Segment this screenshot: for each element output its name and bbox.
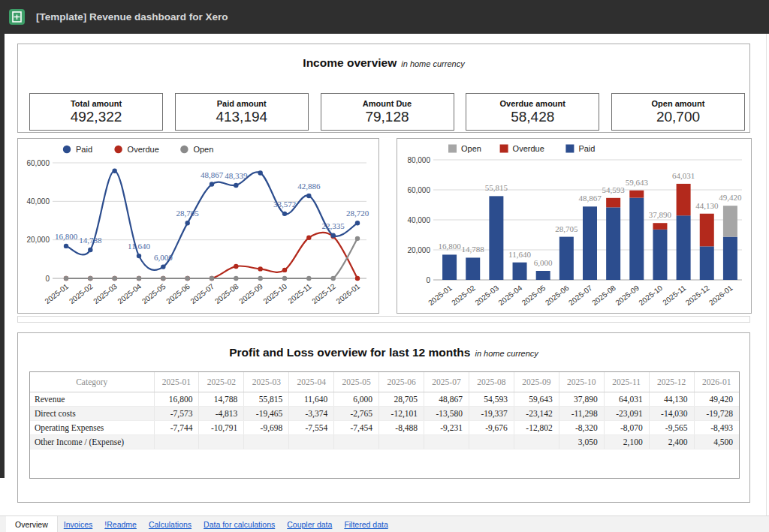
cell-value: -13,580 bbox=[424, 406, 469, 420]
svg-text:2025-04: 2025-04 bbox=[116, 282, 143, 306]
svg-text:14,788: 14,788 bbox=[462, 245, 485, 254]
sheet-tab-overview[interactable]: Overview bbox=[6, 516, 58, 532]
svg-text:2025-05: 2025-05 bbox=[520, 284, 547, 308]
svg-text:48,339: 48,339 bbox=[225, 171, 248, 180]
sheet-tab-invoices[interactable]: Invoices bbox=[64, 516, 93, 532]
profit-loss-section: Profit and Loss overview for last 12 mon… bbox=[17, 332, 750, 503]
column-header: 2025-04 bbox=[289, 372, 334, 392]
svg-text:14,788: 14,788 bbox=[79, 236, 102, 245]
svg-text:42,886: 42,886 bbox=[297, 182, 321, 191]
row-category: Direct costs bbox=[30, 406, 154, 420]
column-header: 2025-06 bbox=[379, 372, 424, 392]
cell-value: -19,337 bbox=[469, 406, 514, 420]
table-row: Other Income / (Expense)3,0502,1002,4004… bbox=[30, 434, 739, 449]
cell-value: 48,867 bbox=[424, 392, 469, 406]
svg-text:22,335: 22,335 bbox=[322, 221, 345, 230]
kpi-card-paid-amount: Paid amount413,194 bbox=[175, 93, 309, 131]
cell-value: 54,593 bbox=[469, 392, 514, 406]
svg-text:2025-03: 2025-03 bbox=[473, 284, 500, 308]
sheet-tab-coupler-data[interactable]: Coupler data bbox=[287, 516, 332, 532]
kpi-card-total-amount: Total amount492,322 bbox=[29, 93, 163, 131]
svg-text:2026-01: 2026-01 bbox=[707, 284, 734, 308]
cell-value: -3,374 bbox=[289, 406, 334, 420]
kpi-card-amount-due: Amount Due79,128 bbox=[321, 93, 454, 131]
kpi-card-overdue-amount: Overdue amount58,428 bbox=[466, 93, 599, 131]
cell-value: -8,070 bbox=[604, 420, 649, 434]
column-header: 2025-07 bbox=[424, 372, 469, 392]
svg-text:44,130: 44,130 bbox=[695, 201, 719, 210]
table-row: Revenue16,80014,78855,81511,6406,00028,7… bbox=[30, 392, 739, 406]
svg-text:Paid: Paid bbox=[578, 144, 595, 153]
empty-row-box bbox=[17, 316, 750, 323]
published-sheet-page: [Template] Revenue dashboard for Xero In… bbox=[0, 0, 769, 532]
cell-value: -10,791 bbox=[199, 420, 244, 434]
svg-text:49,420: 49,420 bbox=[719, 193, 742, 202]
profit-loss-header: Profit and Loss overview for last 12 mon… bbox=[18, 346, 749, 359]
profit-loss-subtitle: in home currency bbox=[475, 349, 538, 358]
profit-loss-table: Category2025-012025-022025-032025-042025… bbox=[30, 372, 739, 449]
title-bar: [Template] Revenue dashboard for Xero bbox=[0, 0, 769, 34]
svg-text:2025-12: 2025-12 bbox=[310, 282, 337, 306]
svg-text:28,705: 28,705 bbox=[176, 209, 200, 218]
cell-value: 6,000 bbox=[334, 392, 379, 406]
svg-text:Overdue: Overdue bbox=[128, 145, 159, 154]
svg-text:6,000: 6,000 bbox=[534, 258, 553, 267]
svg-text:54,593: 54,593 bbox=[602, 185, 626, 194]
cell-value: -2,765 bbox=[334, 406, 379, 420]
svg-text:37,890: 37,890 bbox=[649, 210, 672, 219]
cell-value: 2,100 bbox=[604, 434, 649, 449]
cell-value: -9,231 bbox=[424, 420, 469, 434]
sheet-tab-filtered-data[interactable]: Filtered data bbox=[344, 516, 388, 532]
column-header: Category bbox=[30, 372, 154, 392]
kpi-value: 492,322 bbox=[30, 109, 162, 125]
sheet-tab--readme[interactable]: !Readme bbox=[104, 516, 137, 532]
kpi-label: Open amount bbox=[612, 99, 744, 108]
cell-value: -7,554 bbox=[289, 420, 334, 434]
income-overview-subtitle: in home currency bbox=[401, 59, 464, 68]
cell-value: -19,728 bbox=[694, 406, 739, 420]
svg-text:0: 0 bbox=[45, 275, 50, 283]
kpi-label: Amount Due bbox=[321, 99, 454, 108]
kpi-card-open-amount: Open amount20,700 bbox=[611, 93, 745, 131]
svg-text:16,800: 16,800 bbox=[438, 242, 461, 251]
left-edge-strip bbox=[0, 34, 5, 478]
cell-value: -7,573 bbox=[154, 406, 199, 420]
cell-value: -23,091 bbox=[604, 406, 649, 420]
y-axis-labels: 020,00040,00060,00080,000 bbox=[407, 156, 430, 284]
column-header: 2025-01 bbox=[154, 372, 199, 392]
cell-value bbox=[154, 434, 199, 449]
cell-value: -9,698 bbox=[244, 420, 289, 434]
svg-text:2025-07: 2025-07 bbox=[567, 284, 594, 308]
svg-text:48,867: 48,867 bbox=[578, 194, 602, 203]
sheet-tab-calculations[interactable]: Calculations bbox=[149, 516, 191, 532]
cell-value: -8,493 bbox=[694, 420, 739, 434]
cell-value bbox=[199, 434, 244, 449]
cell-value: 49,420 bbox=[694, 392, 739, 406]
svg-text:60,000: 60,000 bbox=[26, 159, 50, 167]
svg-text:48,867: 48,867 bbox=[201, 170, 224, 179]
column-header: 2025-09 bbox=[514, 372, 559, 392]
cell-value: 59,643 bbox=[514, 392, 559, 406]
column-header: 2025-11 bbox=[604, 372, 649, 392]
cell-value: 14,788 bbox=[199, 392, 244, 406]
cell-value: 44,130 bbox=[649, 392, 694, 406]
profit-loss-title: Profit and Loss overview for last 12 mon… bbox=[229, 346, 470, 359]
svg-text:28,705: 28,705 bbox=[555, 224, 578, 233]
document-title: [Template] Revenue dashboard for Xero bbox=[36, 11, 228, 23]
sheet-tab-data-for-calculations[interactable]: Data for calculations bbox=[204, 516, 275, 532]
cell-value bbox=[334, 434, 379, 449]
svg-text:2026-01: 2026-01 bbox=[335, 282, 362, 306]
kpi-value: 413,194 bbox=[176, 109, 308, 125]
svg-text:20,000: 20,000 bbox=[407, 246, 430, 254]
paid-overdue-open-line-chart-box: 020,00040,00060,0002025-012025-022025-03… bbox=[17, 138, 379, 314]
svg-text:0: 0 bbox=[426, 276, 430, 284]
svg-text:2025-01: 2025-01 bbox=[44, 282, 71, 306]
sheet-tab-bar: OverviewInvoices!ReadmeCalculationsData … bbox=[0, 515, 769, 532]
svg-text:Overdue: Overdue bbox=[513, 144, 544, 153]
series-open bbox=[64, 236, 360, 281]
svg-text:11,640: 11,640 bbox=[128, 242, 150, 251]
svg-text:Open: Open bbox=[193, 145, 213, 154]
cell-value: -7,454 bbox=[334, 420, 379, 434]
svg-text:2025-10: 2025-10 bbox=[637, 284, 664, 308]
svg-text:33,572: 33,572 bbox=[273, 200, 296, 209]
